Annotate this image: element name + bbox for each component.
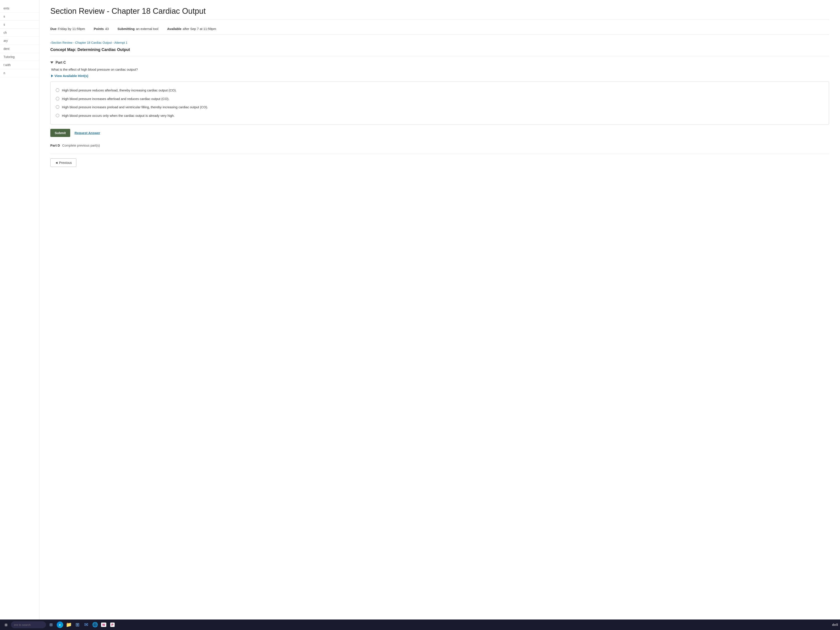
part-d-label: Part D — [50, 144, 60, 147]
sidebar-item-1[interactable]: ents — [0, 5, 39, 13]
taskbar-windows-icon[interactable]: ⊞ — [74, 621, 81, 629]
part-c-label: Part C — [55, 61, 66, 65]
meta-points: Points 43 — [94, 27, 109, 31]
taskbar-files-icon[interactable]: 📁 — [65, 621, 73, 629]
main-content: Section Review - Chapter 18 Cardiac Outp… — [39, 0, 840, 619]
available-label: Available — [167, 27, 182, 31]
option-4[interactable]: High blood pressure occurs only when the… — [56, 112, 824, 120]
answer-box: High blood pressure reduces afterload, t… — [50, 82, 829, 125]
points-value: 43 — [105, 27, 109, 31]
hint-arrow-icon — [51, 74, 53, 77]
option-2-label: High blood pressure increases afterload … — [62, 96, 169, 101]
request-answer-link[interactable]: Request Answer — [74, 131, 100, 135]
meta-available: Available after Sep 7 at 11:59pm — [167, 27, 216, 31]
option-3[interactable]: High blood pressure increases preload an… — [56, 103, 824, 112]
radio-option-2[interactable] — [56, 97, 59, 100]
sidebar-item-2[interactable]: s — [0, 13, 39, 21]
due-value: Friday by 11:59pm — [58, 27, 85, 31]
nav-buttons: ◄ Previous — [50, 158, 829, 167]
collapse-icon — [50, 62, 54, 64]
action-row: Submit Request Answer — [50, 129, 829, 137]
taskbar-search-input[interactable] — [11, 621, 46, 628]
radio-option-3[interactable] — [56, 105, 59, 109]
part-c-header[interactable]: Part C — [50, 61, 829, 65]
taskbar-powerpoint-icon[interactable]: P — [109, 621, 116, 629]
sidebar-item-5[interactable]: ary — [0, 37, 39, 45]
sidebar-item-tutoring[interactable]: Tutoring — [0, 53, 39, 61]
points-label: Points — [94, 27, 104, 31]
option-3-label: High blood pressure increases preload an… — [62, 105, 208, 110]
concept-map-title: Concept Map: Determining Cardiac Output — [50, 47, 829, 52]
submitting-label: Submitting — [117, 27, 134, 31]
taskbar-word-icon[interactable]: W — [100, 621, 107, 629]
dell-logo: dell — [832, 623, 838, 627]
windows-search-icon[interactable]: ⊞ — [2, 621, 10, 629]
submitting-value: an external tool — [136, 27, 158, 31]
taskbar: ⊞ ⊞ e 📁 ⊞ ✉ 🌐 W P dell — [0, 619, 840, 630]
sidebar-item-3[interactable]: s — [0, 21, 39, 28]
meta-submitting: Submitting an external tool — [117, 27, 158, 31]
attempt-link[interactable]: ‹Section Review - Chapter 18 Cardiac Out… — [50, 41, 128, 44]
meta-due: Due Friday by 11:59pm — [50, 27, 85, 31]
section-divider — [50, 56, 829, 56]
part-c-section: Part C What is the effect of high blood … — [50, 61, 829, 137]
sidebar: ents s s ch ary dent Tutoring t with n — [0, 0, 39, 619]
due-label: Due — [50, 27, 57, 31]
taskbar-right: dell — [832, 623, 838, 627]
option-4-label: High blood pressure occurs only when the… — [62, 113, 175, 118]
option-2[interactable]: High blood pressure increases afterload … — [56, 95, 824, 103]
sidebar-item-8[interactable]: n — [0, 69, 39, 77]
hint-link[interactable]: View Available Hint(s) — [51, 74, 829, 77]
submit-button[interactable]: Submit — [50, 129, 70, 137]
sidebar-item-6[interactable]: dent — [0, 45, 39, 53]
part-d-row: Part D Complete previous part(s) — [50, 144, 829, 147]
page-title: Section Review - Chapter 18 Cardiac Outp… — [50, 6, 829, 19]
available-value: after Sep 7 at 11:59pm — [183, 27, 216, 31]
radio-option-1[interactable] — [56, 88, 59, 92]
taskbar-chrome-icon[interactable]: 🌐 — [91, 621, 99, 629]
radio-option-4[interactable] — [56, 114, 59, 117]
hint-link-text: View Available Hint(s) — [54, 74, 88, 77]
option-1-label: High blood pressure reduces afterload, t… — [62, 88, 177, 93]
taskbar-edge-icon[interactable]: e — [56, 621, 64, 629]
taskbar-widgets-icon[interactable]: ⊞ — [47, 621, 55, 629]
part-d-value: Complete previous part(s) — [62, 144, 100, 147]
bottom-divider — [50, 154, 829, 154]
meta-row: Due Friday by 11:59pm Points 43 Submitti… — [50, 24, 829, 35]
question-text: What is the effect of high blood pressur… — [51, 68, 829, 71]
sidebar-item-7[interactable]: t with — [0, 61, 39, 69]
sidebar-item-4[interactable]: ch — [0, 28, 39, 37]
option-1[interactable]: High blood pressure reduces afterload, t… — [56, 86, 824, 95]
previous-button[interactable]: ◄ Previous — [50, 158, 76, 167]
taskbar-mail-icon[interactable]: ✉ — [82, 621, 90, 629]
